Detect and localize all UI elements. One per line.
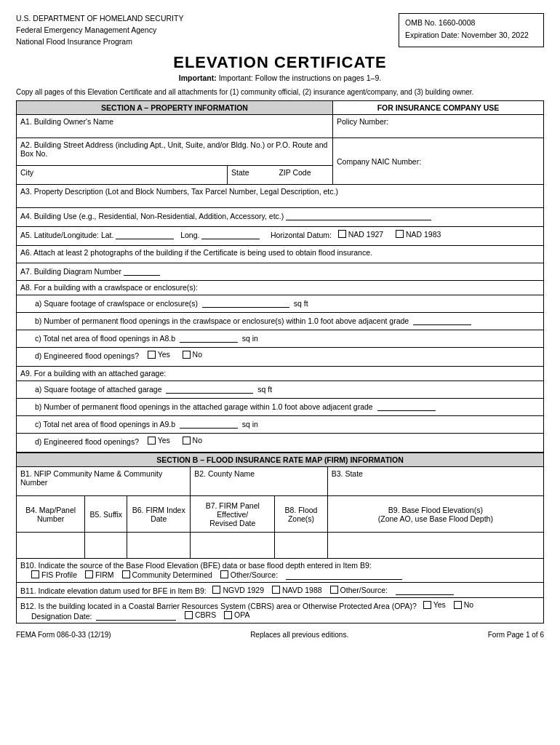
a8d-yes-label: Yes <box>158 350 170 359</box>
a8d-yes-checkbox: Yes <box>148 350 170 359</box>
b10-field: B10. Indicate the source of the Base Flo… <box>17 559 544 583</box>
b12-opa-checkbox: OPA <box>224 610 249 619</box>
b11-field: B11. Indicate elevation datum used for B… <box>17 583 544 598</box>
b10-firm-box <box>85 570 93 578</box>
a8d-label: d) Engineered flood openings? Yes No <box>20 351 208 360</box>
a9a-unit: sq ft <box>257 385 272 394</box>
a5-field: A5. Latitude/Longitude: Lat. Long. Horiz… <box>17 227 544 246</box>
b11-row: B11. Indicate elevation datum used for B… <box>17 583 544 598</box>
b5-data <box>85 533 127 559</box>
nad1927-box <box>338 230 346 238</box>
a9c-field: c) Total net area of flood openings in A… <box>17 416 544 434</box>
a8d-row: d) Engineered flood openings? Yes No <box>17 348 544 367</box>
a1-field: A1. Building Owner's Name <box>17 115 333 138</box>
page-header: U.S. DEPARTMENT OF HOMELAND SECURITY Fed… <box>16 13 544 47</box>
form-number: FEMA Form 086-0-33 (12/19) <box>16 631 111 639</box>
b12-yes-box <box>423 601 431 609</box>
agency-line3: National Flood Insurance Program <box>16 36 183 48</box>
b12-row: B12. Is the building located in a Coasta… <box>17 598 544 624</box>
b11-label: B11. Indicate elevation datum used for B… <box>20 586 207 595</box>
section-a-header-row: SECTION A – PROPERTY INFORMATION FOR INS… <box>17 101 544 115</box>
b12-no-box <box>454 601 462 609</box>
zip-label: ZIP Code <box>279 168 311 177</box>
a4-field: A4. Building Use (e.g., Residential, Non… <box>17 208 544 227</box>
a3-label: A3. Property Description (Lot and Block … <box>20 187 338 196</box>
b10-other-box <box>220 570 228 578</box>
a1-insurance: Policy Number: <box>333 115 544 138</box>
b11-other-box <box>330 586 338 594</box>
b8-header: B8. FloodZone(s) <box>275 496 328 533</box>
omb-line2: Expiration Date: November 30, 2022 <box>405 29 537 41</box>
copy-note: Copy all pages of this Elevation Certifi… <box>16 88 544 96</box>
b7-label: B7. FIRM PanelEffective/Revised Date <box>206 501 260 527</box>
a7-field: A7. Building Diagram Number <box>17 263 544 281</box>
agency-info: U.S. DEPARTMENT OF HOMELAND SECURITY Fed… <box>16 13 183 47</box>
nad1927-label: NAD 1927 <box>348 230 383 239</box>
section-b-header-row: SECTION B – FLOOD INSURANCE RATE MAP (FI… <box>17 453 544 467</box>
b12-opa-box <box>224 611 232 619</box>
a5-long-label: Long. <box>180 231 199 239</box>
b1-label: B1. NFIP Community Name & Community Numb… <box>20 469 162 487</box>
a9a-label: a) Square footage of attached garage sq … <box>20 385 272 394</box>
b9-header: B9. Base Flood Elevation(s)(Zone AO, use… <box>327 496 543 533</box>
a9c-label: c) Total net area of flood openings in A… <box>20 420 258 429</box>
b4-header: B4. Map/PanelNumber <box>17 496 85 533</box>
b12-yes-label: Yes <box>433 600 446 609</box>
b12-desig-label: Designation Date: <box>31 612 92 621</box>
b5-header: B5. Suffix <box>85 496 127 533</box>
a9c-row: c) Total net area of flood openings in A… <box>17 416 544 434</box>
b10-other-checkbox: Other/Source: <box>220 570 278 579</box>
agency-line1: U.S. DEPARTMENT OF HOMELAND SECURITY <box>16 13 183 25</box>
a9d-no-box <box>183 437 191 445</box>
b4-b9-header-row: B4. Map/PanelNumber B5. Suffix B6. FIRM … <box>17 496 544 533</box>
a8c-row: c) Total net area of flood openings in A… <box>17 330 544 348</box>
a5-label: A5. Latitude/Longitude: Lat. <box>20 231 113 239</box>
page-number: Form Page 1 of 6 <box>488 631 544 639</box>
a6-row: A6. Attach at least 2 photographs of the… <box>17 246 544 263</box>
b12-no-checkbox: No <box>454 600 473 609</box>
a2-row: A2. Building Street Address (including A… <box>17 138 544 166</box>
b12-label: B12. Is the building located in a Coasta… <box>20 602 417 610</box>
b10-firm-checkbox: FIRM <box>85 570 114 579</box>
section-a-table: SECTION A – PROPERTY INFORMATION FOR INS… <box>16 100 544 453</box>
a6-field: A6. Attach at least 2 photographs of the… <box>17 246 544 263</box>
b3-label: B3. State <box>332 469 363 478</box>
page-footer: FEMA Form 086-0-33 (12/19) Replaces all … <box>16 631 544 639</box>
b11-ngvd-box <box>212 586 220 594</box>
a8a-field: a) Square footage of crawlspace or enclo… <box>17 295 544 313</box>
a9b-row: b) Number of permanent flood openings in… <box>17 399 544 416</box>
b11-navd-label: NAVD 1988 <box>282 586 322 594</box>
nad1983-box <box>396 230 404 238</box>
b10-community-label: Community Determined <box>132 570 212 579</box>
a1-row: A1. Building Owner's Name Policy Number: <box>17 115 544 138</box>
naic-label: Company NAIC Number: <box>337 157 421 166</box>
b10-firm-label: FIRM <box>95 570 114 579</box>
b5-label: B5. Suffix <box>89 510 122 519</box>
a8-label: A8. For a building with a crawlspace or … <box>20 283 198 292</box>
a9a-row: a) Square footage of attached garage sq … <box>17 381 544 399</box>
b12-opa-label: OPA <box>234 610 249 619</box>
b10-label: B10. Indicate the source of the Base Flo… <box>20 561 372 570</box>
a9a-field: a) Square footage of attached garage sq … <box>17 381 544 399</box>
a9d-field: d) Engineered flood openings? Yes No <box>17 434 544 453</box>
b1-field: B1. NFIP Community Name & Community Numb… <box>17 467 191 496</box>
a8d-no-box <box>183 351 191 359</box>
a9d-label: d) Engineered flood openings? Yes No <box>20 437 208 446</box>
a8d-yes-box <box>148 351 156 359</box>
b11-navd-checkbox: NAVD 1988 <box>272 586 322 594</box>
a8-row: A8. For a building with a crawlspace or … <box>17 281 544 295</box>
policy-label: Policy Number: <box>337 117 388 126</box>
b11-other-label: Other/Source: <box>340 586 388 594</box>
b6-header: B6. FIRM IndexDate <box>127 496 191 533</box>
document-title: ELEVATION CERTIFICATE <box>16 53 544 72</box>
section-b-table: SECTION B – FLOOD INSURANCE RATE MAP (FI… <box>16 453 544 624</box>
b10-community-checkbox: Community Determined <box>122 570 212 579</box>
section-b-header: SECTION B – FLOOD INSURANCE RATE MAP (FI… <box>17 453 544 467</box>
a2-field: A2. Building Street Address (including A… <box>17 138 333 166</box>
b11-other-checkbox: Other/Source: <box>330 586 388 594</box>
omb-line1: OMB No. 1660-0008 <box>405 17 537 29</box>
b11-ngvd-label: NGVD 1929 <box>223 586 264 594</box>
b7-data <box>191 533 275 559</box>
b9-label: B9. Base Flood Elevation(s)(Zone AO, use… <box>378 506 493 523</box>
b8-data <box>275 533 328 559</box>
